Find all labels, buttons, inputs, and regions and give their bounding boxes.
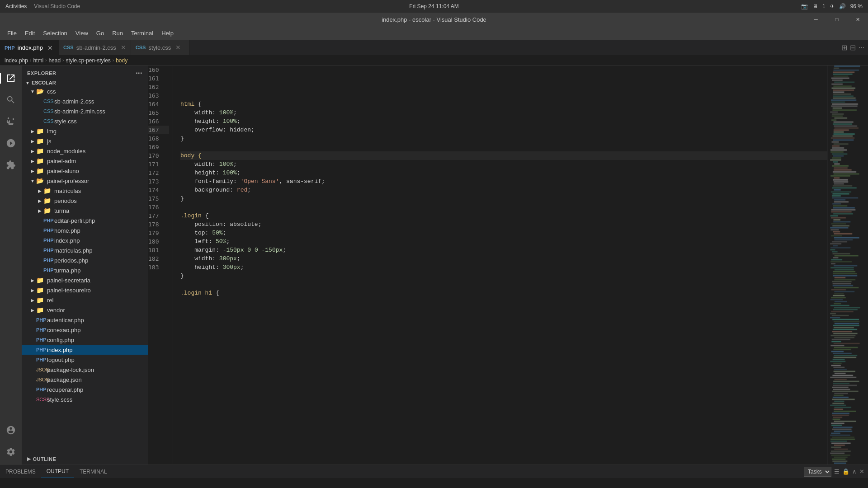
breadcrumb-index-php[interactable]: index.php [5, 57, 28, 64]
tree-arrow: ▼ [29, 178, 36, 183]
root-folder[interactable]: ▼ ESCOLAR [22, 79, 148, 86]
tree-item-conexao_php[interactable]: PHPconexao.php [22, 325, 148, 335]
menu-terminal[interactable]: Terminal [127, 28, 157, 38]
more-actions-icon[interactable]: ··· [859, 43, 864, 52]
tab-sb-admin-css[interactable]: CSS sb-admin-2.css ✕ [59, 40, 131, 55]
run-icon[interactable] [2, 134, 20, 152]
panel-close-icon[interactable]: ✕ [859, 468, 864, 475]
system-bar-right: 📷 🖥 1 ✈ 🔊 96 % [801, 3, 863, 9]
tree-label: home.php [54, 227, 80, 234]
panel-tab-problems[interactable]: PROBLEMS [0, 465, 41, 478]
tree-label: recuperar.php [47, 386, 83, 393]
tree-item-periodos_php[interactable]: PHPperiodos.php [22, 255, 148, 265]
line-number-176: 176 [148, 203, 169, 211]
tree-item-editar_perfil_php[interactable]: PHPeditar-perfil.php [22, 216, 148, 225]
tree-arrow: ▶ [29, 129, 36, 134]
tree-item-style_css[interactable]: CSSstyle.css [22, 116, 148, 126]
menu-view[interactable]: View [72, 28, 92, 38]
breadcrumb-body[interactable]: body [116, 57, 127, 64]
tab-close-sb-admin[interactable]: ✕ [121, 44, 126, 51]
outline-section[interactable]: ▶ OUTLINE [22, 453, 148, 465]
tree-item-sb_admin_2_min_css[interactable]: CSSsb-admin-2.min.css [22, 106, 148, 116]
line-number-165: 165 [148, 108, 169, 117]
folder-icon: 📁 [43, 197, 51, 204]
tree-item-painel_secretaria[interactable]: ▶📁painel-secretaria [22, 275, 148, 285]
tab-style-css[interactable]: CSS style.css ✕ [131, 40, 190, 55]
tree-item-package_json[interactable]: JSONpackage.json [22, 375, 148, 385]
sidebar-more-icon[interactable]: ··· [136, 69, 142, 77]
tree-item-autenticar_php[interactable]: PHPautenticar.php [22, 315, 148, 325]
panel-lock-icon[interactable]: 🔒 [842, 468, 849, 475]
breadcrumb-sep4: › [113, 58, 114, 63]
tree-item-index_php[interactable]: PHPindex.php [22, 235, 148, 245]
minimap[interactable] [827, 66, 868, 465]
tree-item-recuperar_php[interactable]: PHPrecuperar.php [22, 385, 148, 394]
tree-item-painel_aluno[interactable]: ▶📁painel-aluno [22, 166, 148, 176]
maximize-button[interactable]: □ [826, 13, 847, 26]
tree-label: package-lock.json [47, 366, 94, 373]
tree-item-css[interactable]: ▼📂css [22, 86, 148, 96]
tree-item-node_modules[interactable]: ▶📁node_modules [22, 146, 148, 156]
code-editor[interactable]: html { width: 100%; height: 100%; overfl… [173, 66, 827, 465]
panel-tab-output[interactable]: OUTPUT [41, 465, 74, 478]
breadcrumb-head[interactable]: head [48, 57, 61, 64]
php-icon: PHP [36, 317, 43, 323]
tree-item-style_scss[interactable]: SCSSstyle.scss [22, 394, 148, 404]
activities-label[interactable]: Activities [5, 3, 27, 9]
tree-item-painel_adm[interactable]: ▶📁painel-adm [22, 156, 148, 166]
code-line-161: html { [180, 100, 827, 108]
tree-item-package_lock_json[interactable]: JSONpackage-lock.json [22, 365, 148, 375]
menu-edit[interactable]: Edit [21, 28, 38, 38]
tree-item-rel[interactable]: ▶📁rel [22, 295, 148, 305]
tree-item-index_php[interactable]: PHPindex.php [22, 345, 148, 355]
explorer-icon[interactable] [2, 69, 20, 87]
editor-layout-icon[interactable]: ⊞ [841, 43, 847, 52]
tree-item-turma[interactable]: ▶📁turma [22, 206, 148, 216]
panel-dropdown[interactable]: Tasks [804, 467, 831, 477]
panel-list-icon[interactable]: ☰ [834, 468, 840, 475]
search-icon[interactable] [2, 91, 20, 109]
tree-item-img[interactable]: ▶📁img [22, 126, 148, 136]
tree-label: package.json [47, 376, 82, 383]
tree-item-config_php[interactable]: PHPconfig.php [22, 335, 148, 345]
minimize-button[interactable]: ─ [806, 13, 826, 26]
extensions-icon[interactable] [2, 156, 20, 174]
panel-chevron-up-icon[interactable]: ∧ [852, 468, 857, 475]
menu-run[interactable]: Run [108, 28, 127, 38]
tree-item-matriculas_php[interactable]: PHPmatriculas.php [22, 245, 148, 255]
tab-index-php[interactable]: PHP index.php ✕ [0, 40, 59, 55]
breadcrumb-html[interactable]: html [33, 57, 43, 64]
main-layout: EXPLORER ··· ▼ ESCOLAR ▼📂cssCSSsb-admin-… [0, 66, 868, 465]
menu-help[interactable]: Help [158, 28, 177, 38]
tab-close-style-css[interactable]: ✕ [175, 44, 181, 51]
menu-file[interactable]: File [4, 28, 20, 38]
tree-item-turma_php[interactable]: PHPturma.php [22, 265, 148, 275]
tree-item-sb_admin_2_css[interactable]: CSSsb-admin-2.css [22, 96, 148, 106]
css-icon: CSS [43, 118, 51, 124]
panel-tab-terminal[interactable]: TERMINAL [74, 465, 113, 478]
menu-selection[interactable]: Selection [39, 28, 71, 38]
tab-close-index-php[interactable]: ✕ [47, 44, 53, 52]
tree-item-periodos[interactable]: ▶📁periodos [22, 196, 148, 206]
split-editor-icon[interactable]: ⊟ [850, 43, 856, 52]
vscode-name: Visual Studio Code [34, 3, 80, 9]
settings-icon[interactable] [2, 443, 20, 461]
breadcrumb-style[interactable]: style.cp-pen-styles [66, 57, 110, 64]
code-line-160 [180, 91, 827, 100]
tree-item-home_php[interactable]: PHPhome.php [22, 225, 148, 235]
tree-item-vendor[interactable]: ▶📁vendor [22, 305, 148, 315]
tab-label-index-php: index.php [18, 44, 43, 51]
window-title: index.php - escolar - Visual Studio Code [382, 16, 486, 23]
window-controls[interactable]: ─ □ ✕ [806, 13, 868, 26]
menu-go[interactable]: Go [93, 28, 108, 38]
tree-item-painel_tesoureiro[interactable]: ▶📁painel-tesoureiro [22, 285, 148, 295]
tree-item-logout_php[interactable]: PHPlogout.php [22, 355, 148, 365]
close-button[interactable]: ✕ [847, 13, 868, 26]
title-bar: index.php - escolar - Visual Studio Code… [0, 13, 868, 26]
tree-item-painel_professor[interactable]: ▼📂painel-professor [22, 176, 148, 186]
tree-item-matriculas[interactable]: ▶📁matriculas [22, 186, 148, 196]
accounts-icon[interactable] [2, 421, 20, 439]
css-icon: CSS [43, 108, 51, 114]
source-control-icon[interactable] [2, 113, 20, 131]
tree-item-js[interactable]: ▶📁js [22, 136, 148, 146]
